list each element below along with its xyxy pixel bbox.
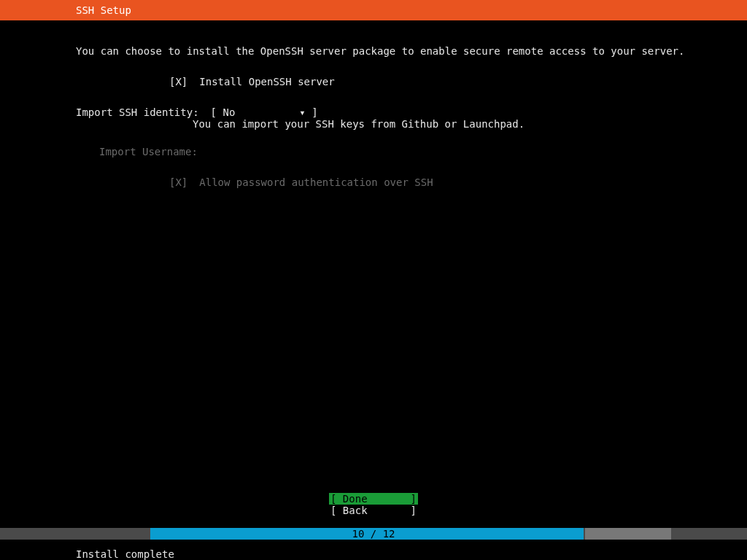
back-button[interactable]: [ Back ] (330, 505, 417, 516)
dropdown-close-bracket[interactable]: ] (311, 106, 317, 118)
import-identity-help: You can import your SSH keys from Github… (193, 118, 525, 130)
install-ssh-label: Install OpenSSH server (199, 76, 334, 88)
install-ssh-row: [X] Install OpenSSH server (76, 76, 747, 88)
chevron-down-icon[interactable]: ▾ (299, 106, 305, 118)
bottom-section: [ Done ] [ Back ] 10 / 12 Install comple… (0, 493, 747, 560)
allow-password-checkbox: [X] (169, 176, 187, 188)
import-identity-label: Import SSH identity: (76, 106, 199, 118)
status-line: Install complete (0, 548, 747, 560)
allow-password-row: [X] Allow password authentication over S… (76, 176, 747, 188)
import-username-label: Import Username: (99, 146, 198, 158)
header-bar: SSH Setup (0, 0, 747, 20)
done-button[interactable]: [ Done ] (329, 493, 418, 505)
progress-text: 10 / 12 (0, 528, 747, 540)
import-identity-help-row: You can import your SSH keys from Github… (76, 118, 747, 130)
install-ssh-checkbox[interactable]: [X] (169, 76, 187, 88)
page-title: SSH Setup (76, 4, 131, 16)
allow-password-label: Allow password authentication over SSH (199, 176, 433, 188)
import-username-row: Import Username: (76, 146, 747, 158)
progress-bar: 10 / 12 (0, 528, 747, 540)
description-text: You can choose to install the OpenSSH se… (76, 45, 747, 57)
main-content: You can choose to install the OpenSSH se… (0, 20, 747, 188)
dropdown-open-bracket[interactable]: [ (211, 106, 217, 118)
import-identity-row: Import SSH identity: [ No ▾ ] (76, 106, 747, 118)
import-identity-value[interactable]: No (222, 106, 235, 118)
action-buttons: [ Done ] [ Back ] (0, 493, 747, 516)
